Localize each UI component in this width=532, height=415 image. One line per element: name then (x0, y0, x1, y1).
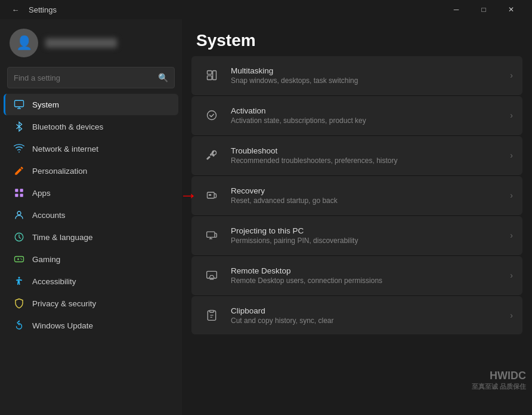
remote-desktop-arrow-icon: › (510, 270, 513, 280)
profile-name (45, 38, 117, 48)
multitasking-arrow-icon: › (510, 70, 513, 80)
recovery-title: Recovery (231, 186, 510, 195)
troubleshoot-icon (201, 145, 222, 166)
svg-point-18 (208, 111, 216, 120)
svg-rect-17 (213, 71, 216, 80)
projecting-arrow-icon: › (510, 230, 513, 240)
settings-item-troubleshoot[interactable]: TroubleshootRecommended troubleshooters,… (191, 136, 522, 175)
multitasking-title: Multitasking (231, 66, 510, 75)
sidebar-item-label-gaming: Gaming (32, 255, 60, 264)
search-box[interactable]: 🔍 (7, 67, 175, 88)
multitasking-desc: Snap windows, desktops, task switching (231, 76, 510, 85)
system-nav-icon (13, 99, 25, 110)
personalization-nav-icon (13, 165, 25, 177)
sidebar-item-gaming[interactable]: Gaming (4, 248, 178, 270)
svg-rect-5 (15, 194, 18, 197)
troubleshoot-title: Troubleshoot (231, 146, 510, 155)
recovery-icon (201, 185, 222, 206)
apps-nav-icon (13, 187, 25, 199)
accessibility-nav-icon (13, 275, 25, 287)
close-button[interactable]: ✕ (497, 0, 525, 19)
troubleshoot-text: TroubleshootRecommended troubleshooters,… (231, 146, 510, 165)
maximize-button[interactable]: □ (470, 0, 497, 19)
recovery-desc: Reset, advanced startup, go back (231, 196, 510, 205)
sidebar-item-network[interactable]: Network & internet (4, 138, 178, 159)
settings-list: MultitaskingSnap windows, desktops, task… (182, 56, 532, 334)
remote-desktop-title: Remote Desktop (231, 266, 510, 275)
projecting-text: Projecting to this PCPermissions, pairin… (231, 226, 510, 245)
activation-text: ActivationActivation state, subscription… (231, 106, 510, 125)
settings-item-activation[interactable]: ActivationActivation state, subscription… (191, 96, 522, 135)
app-title: Settings (29, 5, 57, 14)
titlebar: ← Settings ─ □ ✕ (0, 0, 532, 19)
remote-desktop-icon (201, 265, 222, 286)
settings-item-clipboard[interactable]: ClipboardCut and copy history, sync, cle… (191, 296, 522, 334)
settings-item-remote-desktop[interactable]: Remote DesktopRemote Desktop users, conn… (191, 256, 522, 295)
svg-rect-6 (20, 194, 23, 197)
time-nav-icon (13, 231, 25, 243)
red-arrow-annotation: → (182, 186, 197, 204)
sidebar-item-accounts[interactable]: Accounts (4, 204, 178, 226)
minimize-button[interactable]: ─ (443, 0, 470, 19)
clipboard-arrow-icon: › (510, 311, 513, 320)
sidebar-item-label-personalization: Personalization (32, 167, 87, 176)
multitasking-icon (201, 64, 222, 86)
privacy-nav-icon (13, 297, 25, 309)
activation-title: Activation (231, 106, 510, 115)
sidebar-item-time[interactable]: Time & language (4, 226, 178, 248)
activation-desc: Activation state, subscriptions, product… (231, 116, 510, 125)
svg-rect-16 (208, 76, 212, 80)
settings-window: ← Settings ─ □ ✕ 👤 🔍 SystemBluetooth & d… (0, 0, 532, 415)
back-button[interactable]: ← (7, 1, 24, 18)
remote-desktop-desc: Remote Desktop users, connection permiss… (231, 276, 510, 285)
sidebar-item-label-network: Network & internet (32, 145, 98, 153)
titlebar-left: ← Settings (7, 1, 443, 18)
sidebar-item-update[interactable]: Windows Update (4, 315, 178, 336)
accounts-nav-icon (13, 209, 25, 221)
sidebar-item-accessibility[interactable]: Accessibility (4, 270, 178, 292)
troubleshoot-arrow-icon: › (510, 150, 513, 160)
svg-rect-0 (15, 100, 24, 107)
gaming-nav-icon (13, 253, 25, 265)
avatar: 👤 (10, 29, 38, 57)
projecting-desc: Permissions, pairing PIN, discoverabilit… (231, 236, 510, 245)
sidebar-item-privacy[interactable]: Privacy & security (4, 293, 178, 314)
svg-point-14 (18, 277, 20, 279)
search-input[interactable] (14, 73, 153, 82)
search-icon: 🔍 (158, 73, 168, 82)
sidebar-item-label-bluetooth: Bluetooth & devices (32, 122, 103, 131)
multitasking-text: MultitaskingSnap windows, desktops, task… (231, 66, 510, 85)
clipboard-text: ClipboardCut and copy history, sync, cle… (231, 306, 510, 325)
sidebar-item-apps[interactable]: Apps (4, 182, 178, 204)
svg-rect-25 (207, 271, 217, 278)
remote-desktop-text: Remote DesktopRemote Desktop users, conn… (231, 266, 510, 285)
clipboard-icon (201, 305, 222, 326)
sidebar-item-label-accessibility: Accessibility (32, 277, 76, 286)
svg-rect-4 (20, 189, 23, 192)
clipboard-title: Clipboard (231, 306, 510, 315)
svg-point-12 (20, 259, 21, 260)
sidebar-item-label-accounts: Accounts (32, 211, 66, 220)
activation-icon (201, 104, 222, 126)
svg-point-13 (21, 259, 23, 260)
svg-rect-21 (209, 194, 211, 196)
titlebar-controls: ─ □ ✕ (443, 0, 525, 19)
main-content: System MultitaskingSnap windows, desktop… (182, 19, 532, 415)
activation-arrow-icon: › (510, 110, 513, 120)
bluetooth-nav-icon (13, 121, 25, 133)
sidebar-item-label-time: Time & language (32, 233, 93, 242)
settings-item-recovery[interactable]: RecoveryReset, advanced startup, go back… (191, 176, 522, 215)
svg-rect-15 (208, 71, 212, 75)
sidebar-item-bluetooth[interactable]: Bluetooth & devices (4, 116, 178, 137)
profile-section: 👤 (0, 19, 182, 64)
settings-item-projecting[interactable]: Projecting to this PCPermissions, pairin… (191, 216, 522, 255)
recovery-text: RecoveryReset, advanced startup, go back (231, 186, 510, 205)
sidebar: 👤 🔍 SystemBluetooth & devicesNetwork & i… (0, 19, 182, 415)
svg-rect-3 (15, 189, 18, 192)
projecting-icon (201, 225, 222, 246)
settings-item-multitasking[interactable]: MultitaskingSnap windows, desktops, task… (191, 56, 522, 95)
svg-rect-22 (207, 232, 215, 237)
content-area: 👤 🔍 SystemBluetooth & devicesNetwork & i… (0, 19, 532, 415)
sidebar-item-system[interactable]: System (4, 94, 178, 115)
sidebar-item-personalization[interactable]: Personalization (4, 160, 178, 182)
